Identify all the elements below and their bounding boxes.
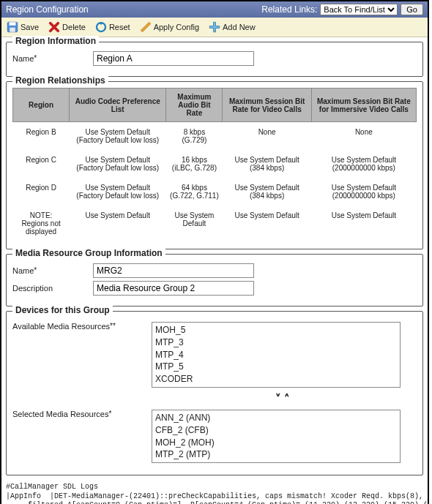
delete-button[interactable]: Delete [48,20,86,34]
apply-config-icon [139,20,152,34]
col-immersive-bit: Maximum Session Bit Rate for Immersive V… [311,89,416,122]
col-region: Region [13,89,70,122]
region-information-fieldset: Region Information Name* [6,42,423,77]
mrg-legend: Media Resource Group Information [12,248,165,258]
list-item[interactable]: MTP_2 (MTP) [155,448,397,461]
list-item[interactable]: MTP_4 [155,349,397,361]
page-title: Region Configuration [6,4,89,15]
col-audio-bit: Maximum Audio Bit Rate [166,89,223,122]
up-arrow-icon[interactable]: ˄ [284,392,293,405]
region-relationships-table: Region Audio Codec Preference List Maxim… [12,88,417,241]
selected-media-resources-list[interactable]: ANN_2 (ANN)CFB_2 (CFB)MOH_2 (MOH)MTP_2 (… [152,410,401,463]
mrg-name-input[interactable] [93,263,254,278]
mrg-name-label: Name* [12,266,93,275]
svg-rect-1 [10,22,16,26]
list-item[interactable]: ANN_2 (ANN) [155,412,397,424]
mrg-fieldset: Media Resource Group Information Name* D… [6,254,423,306]
related-links-label: Related Links: [261,4,317,15]
down-arrow-icon[interactable]: ˅ [275,392,284,405]
table-row: Region BUse System Default(Factory Defau… [13,122,417,151]
sdl-logs: #CallManager SDL Logs |AppInfo |DET-Medi… [1,480,428,504]
region-info-legend: Region Information [12,36,99,46]
available-media-resources-list[interactable]: MOH_5MTP_3MTP_4MTP_5XCODER [152,322,401,388]
save-icon [6,20,19,34]
related-links-select[interactable]: Back To Find/List [320,4,398,15]
list-item[interactable]: MTP_3 [155,336,397,349]
add-new-icon [208,20,221,34]
svg-rect-2 [10,28,15,32]
available-label: Available Media Resources** [12,322,152,331]
mrg-desc-label: Description [12,284,93,293]
selected-label: Selected Media Resources* [12,410,152,418]
table-row: Region DUse System Default(Factory Defau… [13,178,417,206]
delete-icon [48,20,61,34]
devices-fieldset: Devices for this Group Available Media R… [6,311,423,475]
toolbar: Save Delete Reset Apply Config Add New [1,18,428,37]
title-bar: Region Configuration Related Links: Back… [1,1,428,18]
col-codec: Audio Codec Preference List [70,89,166,122]
move-arrows[interactable]: ˅˄ [152,392,417,405]
region-name-label: Name* [12,54,93,63]
add-new-button[interactable]: Add New [208,20,256,34]
apply-config-button[interactable]: Apply Config [139,20,199,34]
list-item[interactable]: XCODER [155,373,397,385]
reset-button[interactable]: Reset [94,20,130,34]
table-note-row: NOTE: Regions not displayedUse System De… [13,206,417,241]
mrg-desc-input[interactable] [93,281,254,296]
region-rel-legend: Region Relationships [12,75,108,86]
list-item[interactable]: MOH_2 (MOH) [155,437,397,449]
list-item[interactable]: MTP_5 [155,361,397,373]
reset-icon [94,20,108,34]
region-relationships-fieldset: Region Relationships Region Audio Codec … [6,81,423,249]
save-button[interactable]: Save [6,20,39,34]
region-name-input[interactable] [93,51,254,66]
list-item[interactable]: CFB_2 (CFB) [155,424,397,437]
list-item[interactable]: MOH_5 [155,324,397,336]
table-row: Region CUse System Default(Factory Defau… [13,150,417,178]
col-video-bit: Maximum Session Bit Rate for Video Calls [223,89,311,122]
devices-legend: Devices for this Group [12,305,113,315]
go-button[interactable]: Go [401,4,423,15]
